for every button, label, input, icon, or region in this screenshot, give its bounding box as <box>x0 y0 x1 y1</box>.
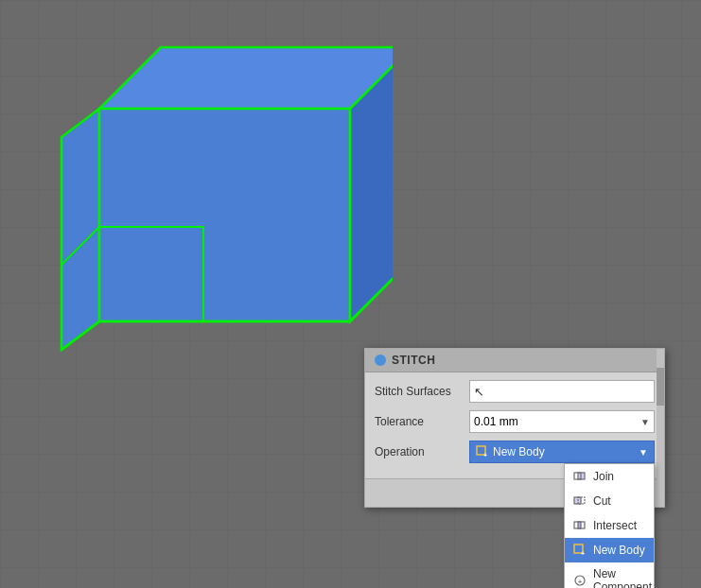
new-body-menu-icon: + <box>572 543 587 558</box>
svg-marker-1 <box>61 109 99 350</box>
tolerance-dropdown-arrow: ▼ <box>640 417 650 427</box>
svg-text:+: + <box>578 579 582 585</box>
svg-rect-17 <box>578 522 581 528</box>
stitch-dialog: STITCH Stitch Surfaces ↖ Tolerance 0.01 … <box>364 348 665 508</box>
svg-marker-0 <box>99 47 393 109</box>
cursor-arrow-icon: ↖ <box>474 385 484 399</box>
svg-marker-2 <box>99 109 350 321</box>
scrollbar-thumb[interactable] <box>657 368 664 406</box>
operation-selected-label: + New Body <box>476 445 545 458</box>
operation-select[interactable]: + New Body ▼ <box>469 441 655 463</box>
new-body-label: New Body <box>593 544 645 557</box>
stitch-surfaces-input[interactable]: ↖ <box>469 380 655 403</box>
dropdown-item-new-body[interactable]: + New Body <box>565 538 654 562</box>
tolerance-label: Tolerance <box>375 415 469 428</box>
new-component-icon: + <box>572 573 587 588</box>
join-icon <box>572 469 587 484</box>
stitch-surfaces-row: Stitch Surfaces ↖ <box>375 380 655 403</box>
cut-label: Cut <box>593 494 611 508</box>
dialog-body: Stitch Surfaces ↖ Tolerance 0.01 mm ▼ Op… <box>365 372 664 478</box>
join-label: Join <box>593 470 614 483</box>
tolerance-field: 0.01 mm ▼ <box>469 410 655 433</box>
dialog-title: STITCH <box>392 354 435 367</box>
dropdown-item-cut[interactable]: Cut <box>565 489 654 513</box>
cut-icon <box>572 493 587 509</box>
new-body-icon: + <box>476 445 489 458</box>
stitch-surfaces-field[interactable]: ↖ <box>469 380 655 403</box>
dialog-scrollbar[interactable] <box>657 349 664 507</box>
dialog-header: STITCH <box>365 349 664 372</box>
svg-text:+: + <box>483 452 487 458</box>
operation-dropdown-arrow: ▼ <box>639 447 648 458</box>
intersect-icon <box>572 518 587 533</box>
dropdown-item-join[interactable]: Join <box>565 464 654 489</box>
svg-text:+: + <box>581 550 585 557</box>
tolerance-value: 0.01 mm <box>474 415 518 428</box>
dropdown-item-intersect[interactable]: Intersect <box>565 513 654 538</box>
operation-field: + New Body ▼ <box>469 441 655 463</box>
dropdown-item-new-component[interactable]: + New Component <box>565 562 654 588</box>
tolerance-select[interactable]: 0.01 mm ▼ <box>469 410 655 433</box>
tolerance-row: Tolerance 0.01 mm ▼ <box>375 410 655 433</box>
operation-dropdown-menu: Join Cut <box>564 463 655 588</box>
3d-cube <box>14 19 393 378</box>
new-component-label: New Component <box>593 567 652 588</box>
stitch-surfaces-label: Stitch Surfaces <box>375 385 469 398</box>
svg-rect-12 <box>578 473 585 479</box>
operation-row: Operation + New Body ▼ <box>375 441 655 463</box>
operation-label: Operation <box>375 445 469 458</box>
stitch-header-icon <box>375 355 386 366</box>
intersect-label: Intersect <box>593 519 637 532</box>
